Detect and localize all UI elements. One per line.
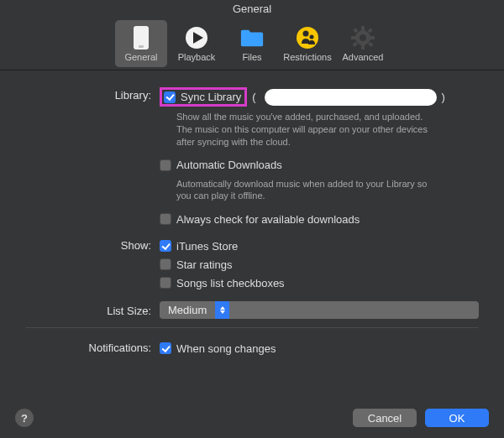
tab-label: Playback <box>178 52 216 62</box>
preferences-toolbar: General Playback Files Restrictions Adva… <box>0 18 504 70</box>
songs-checkboxes-checkbox[interactable] <box>160 277 171 289</box>
star-ratings-label: Star ratings <box>176 258 232 271</box>
chevron-updown-icon <box>215 301 229 319</box>
files-icon <box>239 25 265 50</box>
playback-icon <box>184 25 209 50</box>
list-size-label: List Size: <box>25 303 160 317</box>
svg-point-16 <box>360 34 366 41</box>
tab-label: Restrictions <box>283 52 331 62</box>
paren-close: ) <box>442 91 445 103</box>
library-label: Library: <box>25 87 160 102</box>
svg-point-5 <box>303 31 309 37</box>
tab-files[interactable]: Files <box>226 20 278 67</box>
automatic-downloads-label: Automatic Downloads <box>176 159 282 171</box>
paren-open: ( <box>252 91 255 103</box>
svg-rect-8 <box>361 26 365 31</box>
sync-library-label: Sync Library <box>181 91 241 103</box>
general-icon <box>129 25 154 50</box>
show-label: Show: <box>25 237 160 252</box>
gear-icon <box>350 25 375 50</box>
tab-label: Advanced <box>343 52 384 62</box>
help-button[interactable]: ? <box>15 409 34 427</box>
tab-playback[interactable]: Playback <box>171 20 223 67</box>
tab-label: Files <box>242 52 261 62</box>
svg-rect-11 <box>370 36 375 39</box>
tab-restrictions[interactable]: Restrictions <box>281 20 333 67</box>
notifications-label: Notifications: <box>25 340 160 354</box>
svg-rect-14 <box>367 28 372 33</box>
svg-rect-9 <box>361 44 365 50</box>
account-pill <box>265 89 437 106</box>
svg-point-4 <box>297 27 318 49</box>
sync-library-highlight: Sync Library <box>160 87 247 107</box>
always-check-checkbox[interactable] <box>160 213 171 225</box>
footer: ? Cancel OK <box>0 398 504 438</box>
list-size-select[interactable]: Medium <box>160 301 479 319</box>
tab-label: General <box>124 52 157 62</box>
itunes-store-checkbox[interactable] <box>160 240 171 252</box>
sync-library-description: Show all the music you've added, purchas… <box>160 108 437 155</box>
tab-general[interactable]: General <box>115 20 167 67</box>
ok-button[interactable]: OK <box>425 409 489 427</box>
tab-advanced[interactable]: Advanced <box>337 20 389 67</box>
restrictions-icon <box>295 25 320 50</box>
svg-rect-12 <box>353 28 358 33</box>
svg-rect-13 <box>368 42 373 47</box>
song-changes-checkbox[interactable] <box>160 342 171 354</box>
itunes-store-label: iTunes Store <box>176 240 238 253</box>
content-area: Library: Sync Library ( ) Show all the m… <box>0 70 504 368</box>
svg-rect-1 <box>139 45 144 48</box>
svg-rect-10 <box>351 36 356 39</box>
list-size-value: Medium <box>160 304 215 316</box>
cancel-button[interactable]: Cancel <box>353 409 417 427</box>
sync-library-checkbox[interactable] <box>164 91 176 103</box>
window-title: General <box>0 0 504 18</box>
song-changes-label: When song changes <box>176 342 276 355</box>
songs-checkboxes-label: Songs list checkboxes <box>176 277 285 289</box>
automatic-downloads-checkbox[interactable] <box>160 159 171 171</box>
svg-rect-15 <box>352 42 357 47</box>
svg-point-6 <box>310 35 314 39</box>
star-ratings-checkbox[interactable] <box>160 258 171 270</box>
divider <box>25 327 479 328</box>
automatic-downloads-description: Automatically download music when added … <box>160 175 437 210</box>
always-check-label: Always check for available downloads <box>176 213 360 226</box>
